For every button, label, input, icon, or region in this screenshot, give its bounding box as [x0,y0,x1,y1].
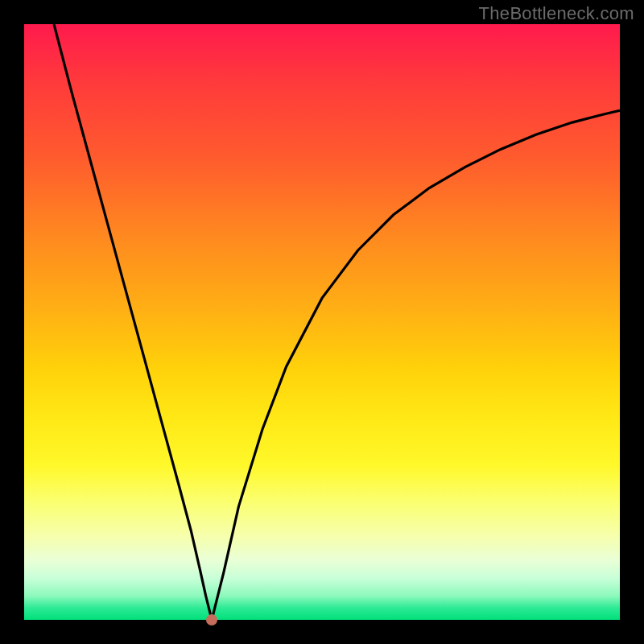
curve-path [54,24,620,620]
watermark-text: TheBottleneck.com [479,3,634,24]
chart-frame: TheBottleneck.com [0,0,644,644]
bottleneck-curve [24,24,620,620]
optimal-point-marker [206,614,217,625]
